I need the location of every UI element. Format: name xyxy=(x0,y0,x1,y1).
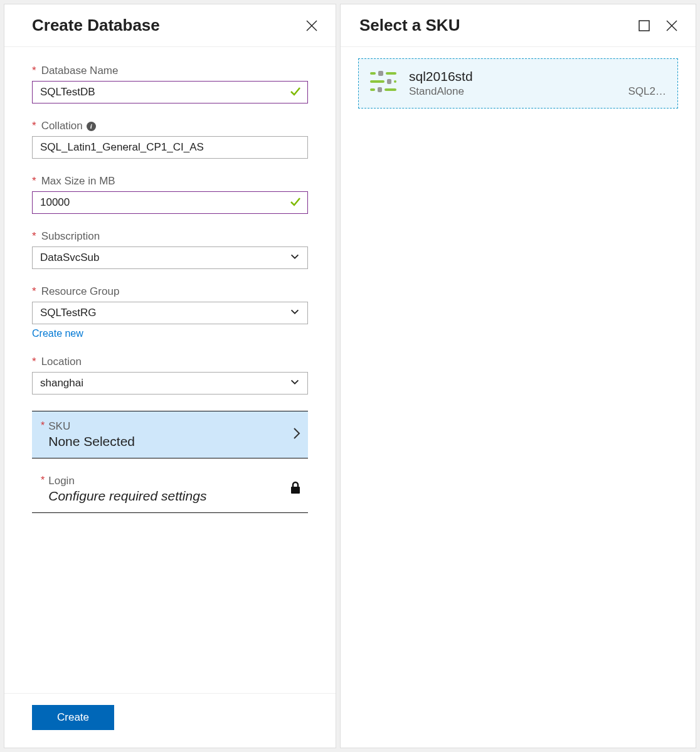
left-panel-header: Create Database xyxy=(4,4,336,47)
subscription-label: * Subscription xyxy=(32,230,308,243)
required-indicator: * xyxy=(32,285,36,298)
left-panel-body: * Database Name * Collation i xyxy=(4,47,336,693)
required-indicator: * xyxy=(32,120,36,132)
subscription-select[interactable]: DataSvcSub xyxy=(32,246,308,269)
select-sku-panel: Select a SKU sql2016std xyxy=(340,4,696,748)
collation-input[interactable] xyxy=(32,136,308,159)
max-size-input[interactable] xyxy=(32,191,308,214)
location-field: * Location shanghai xyxy=(32,356,308,395)
required-indicator: * xyxy=(41,475,45,504)
resource-group-field: * Resource Group SQLTestRG Create new xyxy=(32,285,308,339)
database-name-input[interactable] xyxy=(32,81,308,103)
maximize-icon[interactable] xyxy=(637,18,652,33)
resource-group-label: * Resource Group xyxy=(32,285,308,298)
sku-icon xyxy=(370,71,396,96)
database-name-field: * Database Name xyxy=(32,65,308,103)
close-icon[interactable] xyxy=(304,18,319,33)
sku-name: sql2016std xyxy=(409,69,666,84)
max-size-label: * Max Size in MB xyxy=(32,175,308,188)
login-blade-row[interactable]: * Login Configure required settings xyxy=(32,466,308,513)
lock-icon xyxy=(289,481,302,497)
login-blade-value: Configure required settings xyxy=(48,489,206,504)
sku-blade-row[interactable]: * SKU None Selected xyxy=(32,411,308,458)
login-blade-label: Login xyxy=(48,475,206,487)
database-name-label: * Database Name xyxy=(32,65,308,77)
create-button[interactable]: Create xyxy=(32,705,114,730)
sku-card[interactable]: sql2016std StandAlone SQL2… xyxy=(358,58,678,109)
chevron-right-icon xyxy=(292,426,302,443)
sku-blade-label: SKU xyxy=(48,420,135,433)
right-panel-body: sql2016std StandAlone SQL2… xyxy=(341,47,696,748)
resource-group-select[interactable]: SQLTestRG xyxy=(32,302,308,324)
subscription-field: * Subscription DataSvcSub xyxy=(32,230,308,269)
close-icon[interactable] xyxy=(664,18,679,33)
location-select[interactable]: shanghai xyxy=(32,372,308,395)
required-indicator: * xyxy=(32,65,36,77)
left-panel-title: Create Database xyxy=(32,16,160,35)
collation-field: * Collation i xyxy=(32,120,308,159)
required-indicator: * xyxy=(32,356,36,368)
create-new-link[interactable]: Create new xyxy=(32,328,83,339)
info-icon[interactable]: i xyxy=(87,122,96,131)
required-indicator: * xyxy=(41,420,45,449)
max-size-field: * Max Size in MB xyxy=(32,175,308,214)
collation-label: * Collation i xyxy=(32,120,308,132)
sku-version: SQL2… xyxy=(628,85,666,98)
sku-type: StandAlone xyxy=(409,85,464,98)
create-database-panel: Create Database * Database Name xyxy=(4,4,336,748)
svg-rect-2 xyxy=(291,487,300,494)
right-panel-title: Select a SKU xyxy=(359,16,460,35)
svg-rect-3 xyxy=(639,21,649,31)
left-panel-footer: Create xyxy=(4,693,336,748)
sku-blade-value: None Selected xyxy=(48,434,135,449)
right-panel-header: Select a SKU xyxy=(341,4,696,47)
location-label: * Location xyxy=(32,356,308,368)
required-indicator: * xyxy=(32,230,36,243)
required-indicator: * xyxy=(32,175,36,188)
